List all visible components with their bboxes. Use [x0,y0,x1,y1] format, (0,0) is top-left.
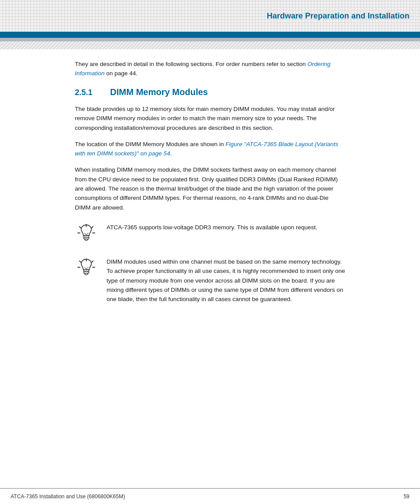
note-icon-1 [75,223,98,246]
svg-line-7 [84,233,86,235]
note-text-1: ATCA-7365 supports low-voltage DDR3 memo… [107,223,345,232]
note-text-2: DIMM modules used within one channel mus… [107,257,345,304]
gray-stripe [0,38,420,41]
blue-stripe [0,32,420,38]
section-title: DIMM Memory Modules [110,87,208,97]
section-number: 2.5.1 [75,88,101,97]
body-paragraph-3: When installing DIMM memory modules, the… [75,165,345,212]
note-box-2: DIMM modules used within one channel mus… [75,257,345,304]
main-content: They are described in detail in the foll… [0,49,420,350]
diagonal-strip [0,41,420,49]
svg-line-8 [86,233,88,235]
footer-page-number: 59 [404,493,409,500]
lightbulb-icon-2 [77,258,96,281]
note-box-1: ATCA-7365 supports low-voltage DDR3 memo… [75,223,345,246]
svg-line-10 [80,261,81,262]
svg-line-2 [92,227,93,228]
header-pattern: Hardware Preparation and Installation [0,0,420,32]
footer: ATCA-7365 Installation and Use (6806800K… [0,488,420,504]
body-paragraph-1: The blade provides up to 12 memory slots… [75,104,345,132]
page-header-title: Hardware Preparation and Installation [267,11,409,21]
header-title-bar: Hardware Preparation and Installation [0,0,420,32]
svg-rect-6 [84,237,89,239]
note-icon-2 [75,257,98,281]
svg-line-17 [86,267,88,269]
footer-left: ATCA-7365 Installation and Use (6806800K… [11,493,125,500]
svg-rect-15 [84,272,89,273]
intro-text-after: on page 44. [105,70,138,77]
svg-line-1 [80,227,81,228]
intro-paragraph: They are described in detail in the foll… [75,60,345,78]
body-paragraph-2: The location of the DIMM Memory Modules … [75,140,345,158]
para2-text-before: The location of the DIMM Memory Modules … [75,141,224,147]
intro-text-before: They are described in detail in the foll… [75,61,306,67]
lightbulb-icon-1 [77,224,96,246]
svg-line-11 [92,261,93,262]
section-heading: 2.5.1 DIMM Memory Modules [75,87,345,97]
svg-line-16 [84,267,86,269]
